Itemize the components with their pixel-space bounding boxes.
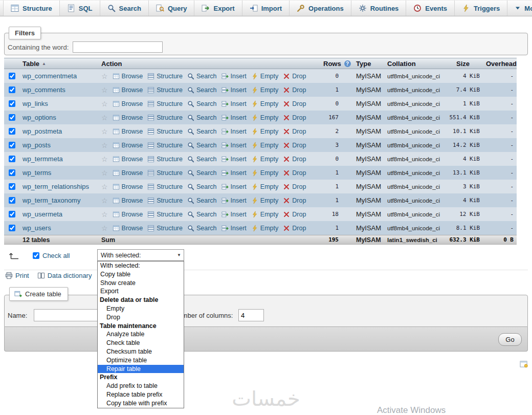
action-drop-link[interactable]: Drop [283, 169, 306, 177]
action-insert-link[interactable]: Insert [221, 73, 247, 80]
table-name-link[interactable]: wp_term_relationships [23, 183, 89, 190]
col-header-size[interactable]: Size [454, 60, 485, 68]
favorite-star-icon[interactable]: ☆ [101, 141, 108, 149]
action-search-link[interactable]: Search [187, 156, 217, 163]
table-name-link[interactable]: wp_commentmeta [23, 72, 77, 80]
col-header-overhead[interactable]: Overhead [485, 60, 517, 68]
dropdown-option[interactable]: Optimize table [98, 356, 184, 365]
action-search-link[interactable]: Search [187, 100, 217, 107]
row-checkbox[interactable] [9, 142, 15, 148]
dropdown-option[interactable]: Show create [98, 279, 184, 288]
row-checkbox[interactable] [9, 183, 15, 190]
action-structure-link[interactable]: Structure [147, 128, 183, 135]
tab-structure[interactable]: Structure [3, 1, 60, 16]
action-structure-link[interactable]: Structure [147, 225, 183, 232]
tab-sql[interactable]: SQL [60, 1, 100, 16]
action-empty-link[interactable]: Empty [251, 86, 278, 94]
action-empty-link[interactable]: Empty [251, 142, 278, 149]
favorite-star-icon[interactable]: ☆ [101, 210, 108, 219]
action-search-link[interactable]: Search [187, 211, 217, 218]
row-checkbox[interactable] [9, 114, 15, 121]
action-structure-link[interactable]: Structure [147, 183, 183, 190]
table-name-link[interactable]: wp_users [23, 224, 51, 232]
action-empty-link[interactable]: Empty [251, 100, 278, 107]
dropdown-option[interactable]: With selected: [98, 261, 184, 270]
action-browse-link[interactable]: Browse [113, 100, 143, 107]
favorite-star-icon[interactable]: ☆ [101, 127, 108, 136]
action-browse-link[interactable]: Browse [113, 197, 143, 204]
favorite-star-icon[interactable]: ☆ [101, 183, 108, 191]
table-name-link[interactable]: wp_terms [23, 169, 51, 177]
action-drop-link[interactable]: Drop [283, 183, 306, 190]
columns-count-input[interactable] [238, 309, 264, 321]
action-structure-link[interactable]: Structure [147, 142, 183, 149]
dropdown-option[interactable]: Table maintenance [98, 322, 184, 331]
action-search-link[interactable]: Search [187, 169, 217, 177]
action-insert-link[interactable]: Insert [221, 156, 247, 163]
action-empty-link[interactable]: Empty [251, 114, 278, 121]
table-name-link[interactable]: wp_posts [23, 141, 51, 149]
favorite-star-icon[interactable]: ☆ [101, 196, 108, 205]
tab-events[interactable]: Events [406, 1, 455, 16]
check-all-label[interactable]: Check all [42, 252, 70, 259]
favorite-star-icon[interactable]: ☆ [101, 100, 108, 108]
tab-operations[interactable]: Operations [290, 1, 351, 16]
col-header-table[interactable]: Table [23, 60, 39, 68]
tab-query[interactable]: Query [149, 1, 195, 16]
print-link[interactable]: Print [5, 272, 29, 279]
action-search-link[interactable]: Search [187, 225, 217, 232]
action-insert-link[interactable]: Insert [221, 128, 247, 135]
action-insert-link[interactable]: Insert [221, 183, 247, 190]
dropdown-option[interactable]: Analyze table [98, 330, 184, 339]
data-dictionary-link[interactable]: Data dictionary [37, 272, 92, 279]
dropdown-option[interactable]: Checksum table [98, 347, 184, 356]
help-icon[interactable]: ? [344, 60, 351, 67]
dropdown-option[interactable]: Copy table with prefix [98, 399, 184, 408]
row-checkbox[interactable] [9, 73, 15, 79]
action-empty-link[interactable]: Empty [251, 169, 278, 177]
tab-more[interactable]: More [507, 1, 532, 16]
action-search-link[interactable]: Search [187, 86, 217, 94]
action-search-link[interactable]: Search [187, 183, 217, 190]
favorite-star-icon[interactable]: ☆ [101, 72, 108, 80]
row-checkbox[interactable] [9, 197, 15, 204]
action-empty-link[interactable]: Empty [251, 183, 278, 190]
tab-export[interactable]: Export [194, 1, 242, 16]
tab-routines[interactable]: Routines [351, 1, 407, 16]
favorite-star-icon[interactable]: ☆ [101, 114, 108, 122]
row-checkbox[interactable] [9, 156, 15, 162]
action-drop-link[interactable]: Drop [283, 197, 306, 204]
row-checkbox[interactable] [9, 128, 15, 135]
check-all-checkbox[interactable] [33, 252, 39, 259]
action-insert-link[interactable]: Insert [221, 86, 247, 94]
col-header-collation[interactable]: Collation [385, 60, 454, 68]
action-browse-link[interactable]: Browse [113, 169, 143, 177]
table-name-link[interactable]: wp_postmeta [23, 127, 62, 135]
action-search-link[interactable]: Search [187, 142, 217, 149]
row-checkbox[interactable] [9, 86, 15, 93]
dropdown-option[interactable]: Delete data or table [98, 296, 184, 304]
containing-word-input[interactable] [73, 41, 163, 53]
col-header-type[interactable]: Type [353, 60, 385, 68]
action-drop-link[interactable]: Drop [283, 225, 306, 232]
favorite-star-icon[interactable]: ☆ [101, 224, 108, 232]
action-drop-link[interactable]: Drop [283, 211, 306, 218]
with-selected-select[interactable]: With selected: ▼ [97, 249, 184, 261]
dropdown-option[interactable]: Replace table prefix [98, 390, 184, 399]
action-browse-link[interactable]: Browse [113, 156, 143, 163]
action-drop-link[interactable]: Drop [283, 86, 306, 94]
tab-triggers[interactable]: Triggers [455, 1, 507, 16]
table-name-link[interactable]: wp_usermeta [23, 210, 62, 218]
go-button[interactable]: Go [498, 333, 522, 346]
action-empty-link[interactable]: Empty [251, 197, 278, 204]
action-browse-link[interactable]: Browse [113, 142, 143, 149]
row-checkbox[interactable] [9, 225, 15, 231]
dropdown-option[interactable]: Empty [98, 304, 184, 313]
action-structure-link[interactable]: Structure [147, 86, 183, 94]
table-name-link[interactable]: wp_links [23, 100, 48, 107]
action-browse-link[interactable]: Browse [113, 225, 143, 232]
action-empty-link[interactable]: Empty [251, 211, 278, 218]
table-name-link[interactable]: wp_term_taxonomy [23, 196, 80, 204]
favorite-star-icon[interactable]: ☆ [101, 86, 108, 94]
action-browse-link[interactable]: Browse [113, 183, 143, 190]
